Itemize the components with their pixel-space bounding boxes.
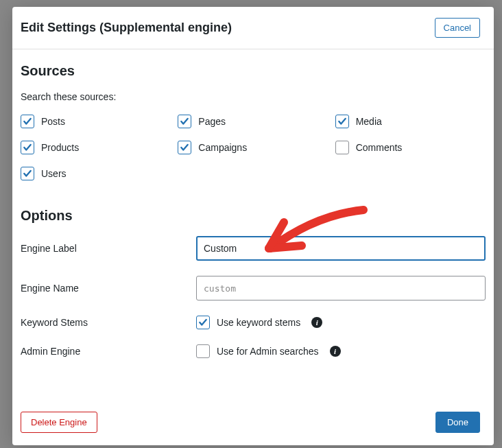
sources-subtext: Search these sources: [21, 91, 486, 102]
checkbox-label: Users [41, 168, 67, 179]
checkbox-label: Pages [198, 116, 226, 127]
checkbox-label: Media [356, 116, 382, 127]
checkbox-products[interactable] [21, 141, 34, 154]
source-posts: Posts [21, 115, 171, 128]
checkbox-posts[interactable] [21, 115, 34, 128]
checkbox-users[interactable] [21, 167, 34, 180]
source-campaigns: Campaigns [178, 141, 328, 154]
row-engine-name: Engine Name [21, 276, 486, 300]
modal-header: Edit Settings (Supplemental engine) Canc… [12, 7, 494, 49]
source-pages: Pages [178, 115, 328, 128]
sources-heading: Sources [21, 63, 486, 79]
checkbox-comments[interactable] [335, 141, 349, 154]
keyword-stems-checkbox-label: Use keyword stems [217, 317, 300, 328]
options-heading: Options [21, 208, 486, 224]
checkbox-label: Products [41, 142, 79, 153]
source-products: Products [21, 141, 171, 154]
info-icon[interactable]: i [311, 317, 322, 328]
engine-label-label: Engine Label [21, 243, 196, 254]
checkbox-admin-engine[interactable] [196, 344, 210, 358]
checkbox-campaigns[interactable] [178, 141, 191, 154]
delete-engine-button[interactable]: Delete Engine [21, 412, 97, 433]
source-comments: Comments [335, 141, 486, 154]
keyword-stems-label: Keyword Stems [21, 317, 196, 328]
sources-grid: Posts Pages Media Products Campaigns Com… [21, 115, 486, 180]
row-admin-engine: Admin Engine Use for Admin searches i [21, 344, 486, 358]
engine-name-label: Engine Name [21, 283, 196, 294]
cancel-button[interactable]: Cancel [435, 18, 480, 38]
modal-title: Edit Settings (Supplemental engine) [21, 21, 232, 35]
checkbox-pages[interactable] [178, 115, 191, 128]
row-engine-label: Engine Label [21, 236, 486, 261]
info-icon[interactable]: i [330, 346, 341, 357]
checkbox-label: Posts [41, 116, 65, 127]
checkbox-label: Comments [356, 142, 403, 153]
source-media: Media [335, 115, 486, 128]
admin-engine-checkbox-label: Use for Admin searches [217, 346, 319, 357]
engine-label-input[interactable] [196, 236, 486, 261]
source-users: Users [21, 167, 171, 180]
checkbox-keyword-stems[interactable] [196, 316, 210, 329]
edit-settings-modal: Edit Settings (Supplemental engine) Canc… [12, 7, 494, 445]
checkbox-label: Campaigns [198, 142, 247, 153]
engine-name-input[interactable] [196, 276, 486, 300]
checkbox-media[interactable] [335, 115, 349, 128]
done-button[interactable]: Done [435, 412, 480, 433]
modal-body: Sources Search these sources: Posts Page… [12, 49, 494, 403]
modal-footer: Delete Engine Done [12, 403, 494, 445]
admin-engine-label: Admin Engine [21, 346, 196, 357]
row-keyword-stems: Keyword Stems Use keyword stems i [21, 316, 486, 329]
